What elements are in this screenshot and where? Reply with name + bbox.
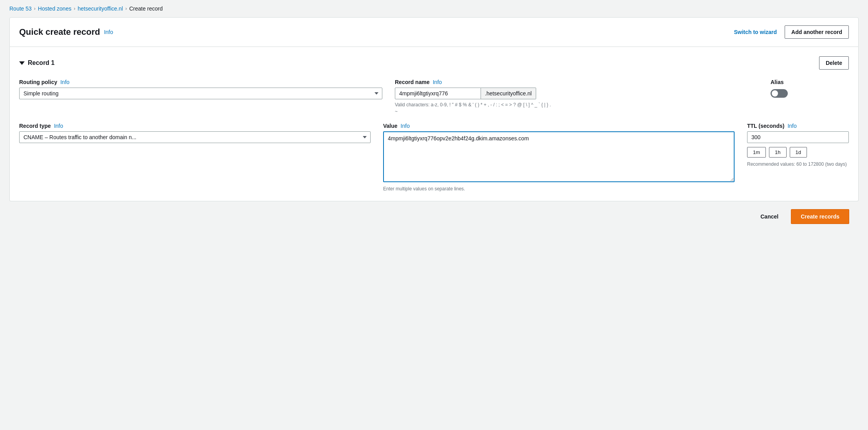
record-card: Record 1 Delete Routing policy Info Simp…: [9, 47, 859, 201]
alias-group: Alias: [771, 79, 849, 98]
record-type-group: Record type Info A – Routes traffic to a…: [19, 123, 371, 143]
record-title-text: Record 1: [28, 59, 54, 66]
header-info-link[interactable]: Info: [104, 29, 113, 35]
record-type-label: Record type Info: [19, 123, 371, 129]
cancel-button[interactable]: Cancel: [754, 210, 785, 223]
delete-button[interactable]: Delete: [819, 56, 849, 70]
breadcrumb-hosted-zones[interactable]: Hosted zones: [38, 5, 72, 12]
routing-policy-group: Routing policy Info Simple routingWeight…: [19, 79, 382, 99]
ttl-buttons: 1m 1h 1d: [747, 147, 849, 158]
breadcrumb-sep-3: ›: [125, 6, 127, 11]
page-title: Quick create record: [19, 27, 100, 37]
value-info-link[interactable]: Info: [401, 123, 410, 129]
value-label: Value Info: [383, 123, 735, 129]
breadcrumb: Route 53 › Hosted zones › hetsecurityoff…: [0, 0, 868, 17]
ttl-recommended: Recommended values: 60 to 172800 (two da…: [747, 161, 849, 167]
valid-chars-hint: Valid characters: a-z, 0-9, ! " # $ % & …: [395, 102, 551, 115]
collapse-icon[interactable]: [19, 61, 25, 65]
routing-policy-select-wrapper: Simple routingWeightedLatencyFailoverGeo…: [19, 88, 382, 99]
routing-policy-select[interactable]: Simple routingWeightedLatencyFailoverGeo…: [19, 88, 382, 99]
record-name-suffix: .hetsecurityoffice.nl: [481, 88, 536, 99]
breadcrumb-domain[interactable]: hetsecurityoffice.nl: [77, 5, 123, 12]
page-header: Quick create record Info Switch to wizar…: [9, 17, 859, 47]
record-type-select[interactable]: A – Routes traffic to an IPv4 addressAAA…: [19, 131, 371, 143]
form-row-1: Routing policy Info Simple routingWeight…: [19, 79, 849, 115]
value-textarea[interactable]: 4mpmji6ltgtiyxrq776opv2e2hb4f24g.dkim.am…: [383, 131, 735, 182]
record-header: Record 1 Delete: [19, 56, 849, 70]
create-records-button[interactable]: Create records: [791, 209, 849, 224]
breadcrumb-sep-2: ›: [74, 6, 75, 11]
record-name-input[interactable]: [395, 88, 481, 99]
page-footer: Cancel Create records: [9, 201, 859, 228]
main-content: Quick create record Info Switch to wizar…: [0, 17, 868, 244]
routing-policy-info-link[interactable]: Info: [60, 79, 69, 85]
routing-policy-label: Routing policy Info: [19, 79, 382, 85]
ttl-1h-button[interactable]: 1h: [769, 147, 786, 158]
breadcrumb-sep-1: ›: [34, 6, 36, 11]
record-name-label: Record name Info: [395, 79, 758, 85]
switch-to-wizard-button[interactable]: Switch to wizard: [731, 27, 780, 38]
value-group: Value Info 4mpmji6ltgtiyxrq776opv2e2hb4f…: [383, 123, 735, 192]
breadcrumb-current: Create record: [129, 5, 163, 12]
page-header-right: Switch to wizard Add another record: [731, 25, 849, 39]
alias-toggle-slider: [771, 89, 788, 98]
alias-toggle[interactable]: [771, 89, 788, 98]
record-name-input-row: .hetsecurityoffice.nl: [395, 88, 758, 99]
record-type-select-wrapper: A – Routes traffic to an IPv4 addressAAA…: [19, 131, 371, 143]
breadcrumb-route53[interactable]: Route 53: [9, 5, 32, 12]
ttl-1d-button[interactable]: 1d: [790, 147, 807, 158]
ttl-label: TTL (seconds) Info: [747, 123, 849, 129]
page-header-left: Quick create record Info: [19, 27, 113, 37]
ttl-info-link[interactable]: Info: [787, 123, 796, 129]
record-name-group: Record name Info .hetsecurityoffice.nl V…: [395, 79, 758, 115]
ttl-1m-button[interactable]: 1m: [747, 147, 766, 158]
record-type-info-link[interactable]: Info: [54, 123, 63, 129]
ttl-input[interactable]: [747, 131, 849, 143]
form-row-2: Record type Info A – Routes traffic to a…: [19, 123, 849, 192]
alias-label: Alias: [771, 79, 849, 85]
record-title: Record 1: [19, 59, 54, 66]
record-name-info-link[interactable]: Info: [433, 79, 442, 85]
add-another-record-button[interactable]: Add another record: [785, 25, 849, 39]
value-hint: Enter multiple values on separate lines.: [383, 186, 735, 192]
ttl-group: TTL (seconds) Info 1m 1h 1d Recommended …: [747, 123, 849, 167]
